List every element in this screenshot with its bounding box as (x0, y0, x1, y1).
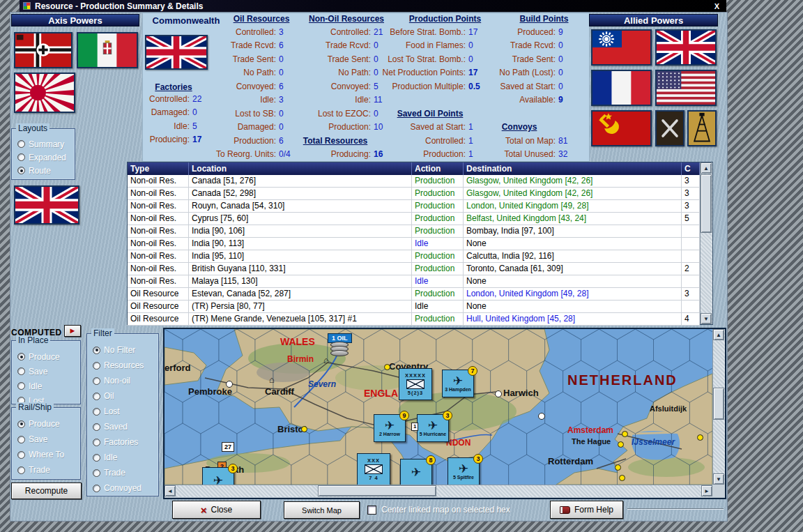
table-row[interactable]: Oil ResourceEstevan, Canada [52, 287]Pro… (128, 288, 700, 301)
air-unit-counter[interactable]: ✈5 Hurricane13 (417, 414, 449, 442)
scroll-up-icon[interactable]: ▲ (701, 162, 712, 174)
cell-type: Non-oil Res. (128, 275, 189, 287)
window-titlebar[interactable]: Resource - Production Summary & Details … (20, 0, 726, 12)
column-header-c[interactable]: C (682, 162, 700, 175)
cell-c (682, 238, 700, 250)
column-header-location[interactable]: Location (189, 162, 412, 175)
filter-option-saved[interactable]: Saved (93, 419, 157, 434)
stat-label: Total Unused: (450, 149, 556, 159)
table-scrollbar[interactable]: ▲ ▼ (700, 162, 712, 324)
scroll-right-icon[interactable]: ► (701, 485, 712, 496)
computed-arrow-button[interactable]: ► (64, 325, 81, 337)
land-unit-counter[interactable]: XXXXX5(2)3 (399, 368, 432, 400)
air-unit-counter[interactable]: ✈3 Hampden7 (442, 370, 474, 397)
map-vertical-scrollbar[interactable]: ▲ ▼ (712, 329, 725, 485)
resource-table: Type Location Action Destination C Non-o… (127, 162, 713, 325)
air-unit-counter[interactable]: ✈5 Spitfire3 (448, 457, 480, 485)
air-unit-counter[interactable]: ✈3 (202, 467, 234, 485)
rail-ship-option-save[interactable]: Save (17, 432, 79, 447)
factory-icon: ⌂ (323, 357, 329, 364)
filter-option-idle[interactable]: Idle (93, 450, 157, 465)
table-row[interactable]: Non-oil Res.Cyprus [75, 60]ProductionBel… (128, 213, 700, 225)
layout-option-summary[interactable]: Summary (17, 137, 73, 151)
cell-location: (TR) Mene Grande, Venezuela [105, 317] #… (189, 313, 412, 325)
layout-option-route[interactable]: Route (17, 164, 73, 177)
map-chit[interactable]: 27 (222, 442, 234, 452)
table-row[interactable]: Non-oil Res.Malaya [115, 130]IdleNone (128, 275, 700, 288)
rail-ship-option-where-to[interactable]: Where To (17, 447, 79, 462)
table-scrollbar-thumb[interactable] (701, 174, 712, 233)
flag-china[interactable] (591, 29, 652, 66)
cell-destination: Glasgow, United Kingdom [42, 26] (464, 175, 682, 187)
center-map-checkbox[interactable]: Center linked map on selected hex (367, 503, 510, 516)
oil-resource-counter[interactable]: 1 OIL (328, 333, 352, 356)
air-unit-counter[interactable]: ✈2 Harrow9 (374, 414, 406, 442)
air-unit-counter[interactable]: ✈8 (400, 459, 432, 485)
flag-japan[interactable] (14, 73, 75, 113)
recompute-button[interactable]: Recompute (11, 482, 82, 499)
map-vscroll-thumb[interactable] (713, 388, 724, 420)
stat-label: Idle: (265, 95, 371, 105)
flag-italy[interactable] (77, 32, 138, 68)
flag-germany[interactable] (14, 32, 72, 68)
filter-option-lost[interactable]: Lost (93, 404, 157, 419)
switch-map-button[interactable]: Switch Map (284, 501, 360, 519)
column-header-action[interactable]: Action (412, 162, 464, 175)
rail-ship-option-produce[interactable]: Produce (17, 416, 79, 432)
table-row[interactable]: Non-oil Res.British Guyana [110, 331]Pro… (128, 263, 700, 275)
unit-strength-label: 7 4 (369, 475, 378, 481)
column-header-type[interactable]: Type (128, 162, 189, 175)
table-row[interactable]: Non-oil Res.India [90, 106]ProductionBom… (128, 225, 700, 238)
radio-icon (93, 485, 100, 492)
map-horizontal-scrollbar[interactable]: ◄ ► (165, 485, 712, 497)
layout-option-expanded[interactable]: Expanded (17, 151, 73, 164)
column-header-destination[interactable]: Destination (464, 162, 682, 175)
flag-france[interactable] (591, 70, 652, 106)
unit-name-label: 5 Hurricane (420, 432, 447, 436)
table-row[interactable]: Non-oil Res.India [95, 110]ProductionCal… (128, 250, 700, 263)
filter-option-convoyed[interactable]: Convoyed (93, 480, 157, 496)
flag-ussr[interactable] (591, 110, 652, 146)
in-place-option-save[interactable]: Save (17, 364, 79, 379)
flag-usa[interactable] (655, 70, 717, 106)
land-unit-counter[interactable]: XXX7 4 (357, 453, 390, 485)
filter-option-trade[interactable]: Trade (93, 465, 157, 480)
close-button[interactable]: × Close (172, 501, 261, 519)
window-close-button[interactable]: X (711, 2, 723, 10)
filter-option-no-filter[interactable]: No Filter (93, 342, 157, 358)
radio-icon (17, 466, 25, 474)
filter-option-resources[interactable]: Resources (93, 358, 157, 373)
scroll-down-icon[interactable]: ▼ (713, 473, 724, 485)
scroll-up-icon[interactable]: ▲ (713, 329, 724, 340)
filter-option-non-oil[interactable]: Non-oil (93, 373, 157, 388)
cell-location: India [95, 110] (189, 250, 412, 262)
filter-option-factories[interactable]: Factories (93, 434, 157, 450)
stat-label: Controlled: (170, 27, 276, 37)
cell-action: Production (412, 175, 464, 187)
map-viewport[interactable]: erfordWALESBirminCoventryPembrokeCardiff… (165, 329, 712, 485)
rail-ship-option-trade[interactable]: Trade (17, 462, 79, 478)
filter-option-oil[interactable]: Oil (93, 388, 157, 404)
radio-icon (93, 393, 100, 400)
form-help-button[interactable]: Form Help (550, 501, 623, 519)
table-row[interactable]: Non-oil Res.Rouyn, Canada [54, 310]Produ… (128, 200, 700, 213)
stat-value: 9 (558, 95, 588, 105)
table-row[interactable]: Oil Resource(TR) Mene Grande, Venezuela … (128, 313, 700, 326)
scroll-down-icon[interactable]: ▼ (701, 313, 712, 324)
cell-c: 2 (682, 263, 700, 275)
scroll-left-icon[interactable]: ◄ (165, 485, 176, 496)
table-row[interactable]: Oil Resource(TR) Persia [80, 77]IdleNone (128, 301, 700, 313)
table-row[interactable]: Non-oil Res.Canada [51, 276]ProductionGl… (128, 175, 700, 188)
cell-destination: None (464, 238, 682, 250)
table-row[interactable]: Non-oil Res.Canada [52, 298]ProductionGl… (128, 188, 700, 200)
radio-icon (17, 353, 25, 360)
radio-icon (17, 167, 25, 174)
infantry-symbol-icon (406, 379, 425, 389)
table-row[interactable]: Non-oil Res.India [90, 113]IdleNone (128, 238, 700, 250)
in-place-option-idle[interactable]: Idle (17, 379, 79, 393)
map-hscroll-thumb[interactable] (318, 485, 436, 496)
radio-icon (17, 153, 25, 161)
aircraft-icon: ✈ (453, 376, 463, 387)
in-place-option-produce[interactable]: Produce (17, 349, 79, 364)
flag-united-kingdom[interactable] (655, 29, 717, 66)
